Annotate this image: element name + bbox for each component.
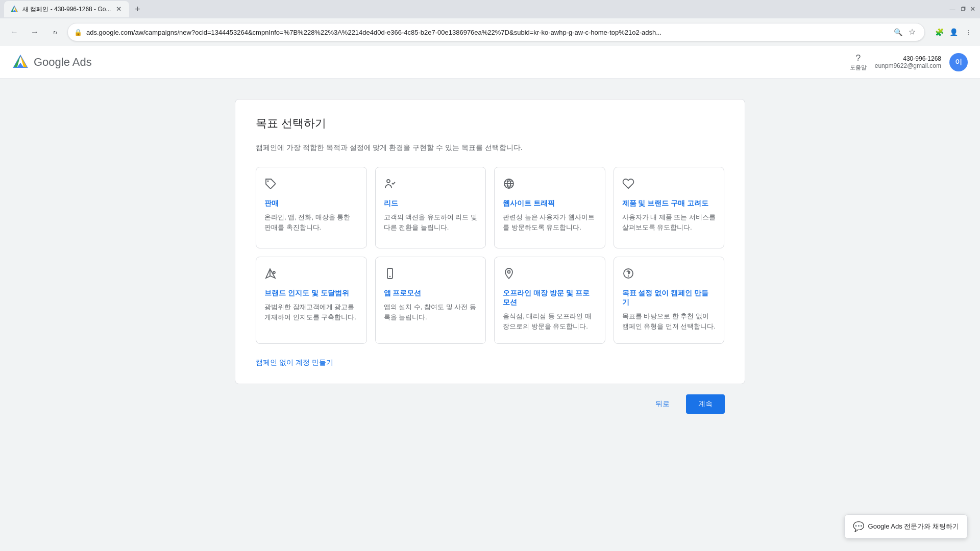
- svg-point-9: [387, 180, 390, 183]
- svg-point-8: [267, 181, 269, 182]
- tab-title: 새 캠페인 - 430-996-1268 - Go...: [22, 5, 111, 14]
- goal-title-no-goal: 목표 설정 없이 캠페인 만들기: [622, 289, 716, 307]
- user-avatar[interactable]: 이: [949, 53, 968, 71]
- goal-desc-brand-consideration: 사용자가 내 제품 또는 서비스를 살펴보도록 유도합니다.: [622, 212, 716, 232]
- more-options-icon[interactable]: ⋮: [962, 26, 974, 38]
- goal-card-leads[interactable]: 리드 고객의 액션을 유도하여 리드 및 다른 전환을 늘립니다.: [375, 167, 486, 248]
- goal-desc-sales: 온라인, 앱, 전화, 매장을 통한 판매를 촉진합니다.: [264, 212, 358, 232]
- forward-nav-button[interactable]: →: [27, 24, 43, 40]
- app-title: Google Ads: [34, 56, 92, 69]
- website-traffic-icon: [503, 178, 597, 193]
- header-right: ? 도움말 430-996-1268 eunpm9622@gmail.com 이: [850, 53, 968, 71]
- goal-title-reach: 브랜드 인지도 및 도달범위: [264, 289, 358, 298]
- goal-title-sales: 판매: [264, 199, 358, 208]
- sales-icon: [264, 178, 358, 193]
- account-id: 430-996-1268: [903, 55, 941, 62]
- close-button[interactable]: ✕: [970, 6, 976, 12]
- active-tab[interactable]: 새 캠페인 - 430-996-1268 - Go... ✕: [4, 1, 129, 17]
- help-button[interactable]: ? 도움말: [850, 53, 867, 71]
- window-controls: — ❐ ✕: [949, 6, 976, 12]
- address-bar-row: ← → ↻ 🔒 ads.google.com/aw/campaigns/new?…: [0, 18, 980, 46]
- no-goal-icon: [622, 267, 716, 283]
- goal-card-reach[interactable]: 브랜드 인지도 및 도달범위 광범위한 잠재고객에게 광고를 게재하여 인지도를…: [256, 257, 367, 344]
- reload-button[interactable]: ↻: [47, 24, 63, 40]
- goal-card-no-goal[interactable]: 목표 설정 없이 캠페인 만들기 목표를 바탕으로 한 추천 없이 캠페인 유형…: [614, 257, 725, 344]
- goal-selection-card: 목표 선택하기 캠페인에 가장 적합한 목적과 설정에 맞게 환경을 구현할 수…: [235, 99, 745, 384]
- goal-desc-reach: 광범위한 잠재고객에게 광고를 게재하여 인지도를 구축합니다.: [264, 302, 358, 322]
- bottom-actions: 뒤로 계속: [235, 384, 745, 424]
- card-title: 목표 선택하기: [256, 116, 724, 131]
- goal-card-website-traffic[interactable]: 웹사이트 트래픽 관련성 높은 사용자가 웹사이트를 방문하도록 유도합니다.: [494, 167, 605, 248]
- account-email: eunpm9622@gmail.com: [875, 62, 941, 69]
- goal-card-local-store[interactable]: 오프라인 매장 방문 및 프로모션 음식점, 대리점 등 오프라인 매장으로의 …: [494, 257, 605, 344]
- goal-title-brand-consideration: 제품 및 브랜드 구매 고려도: [622, 199, 716, 208]
- goal-grid: 판매 온라인, 앱, 전화, 매장을 통한 판매를 촉진합니다. 리드 고객의 …: [256, 167, 724, 344]
- goal-title-app-promotion: 앱 프로모션: [384, 289, 478, 298]
- app-logo: Google Ads: [12, 54, 92, 70]
- goal-card-sales[interactable]: 판매 온라인, 앱, 전화, 매장을 통한 판매를 촉진합니다.: [256, 167, 367, 248]
- tab-close-button[interactable]: ✕: [115, 5, 123, 13]
- goal-title-leads: 리드: [384, 199, 478, 208]
- url-text: ads.google.com/aw/campaigns/new?ocid=134…: [86, 29, 888, 36]
- app-header: Google Ads ? 도움말 430-996-1268 eunpm9622@…: [0, 46, 980, 79]
- extensions-icon[interactable]: 🧩: [933, 26, 945, 38]
- reach-icon: [264, 267, 358, 283]
- chat-bubble[interactable]: 💬 Google Ads 전문가와 채팅하기: [844, 514, 968, 539]
- local-store-icon: [503, 267, 597, 283]
- bookmark-icon[interactable]: ☆: [906, 26, 918, 38]
- svg-point-16: [508, 271, 510, 273]
- main-content: 목표 선택하기 캠페인에 가장 적합한 목적과 설정에 맞게 환경을 구현할 수…: [0, 79, 980, 551]
- google-ads-logo-icon: [12, 54, 29, 70]
- browser-chrome: 새 캠페인 - 430-996-1268 - Go... ✕ + — ❐ ✕ ←…: [0, 0, 980, 46]
- profile-icon[interactable]: 👤: [947, 26, 960, 38]
- address-bar[interactable]: 🔒 ads.google.com/aw/campaigns/new?ocid=1…: [67, 23, 925, 41]
- goal-card-app-promotion[interactable]: 앱 프로모션 앱의 설치 수, 참여도 및 사전 등록을 늘립니다.: [375, 257, 486, 344]
- goal-desc-no-goal: 목표를 바탕으로 한 추천 없이 캠페인 유형을 먼저 선택합니다.: [622, 311, 716, 331]
- lock-icon: 🔒: [74, 29, 82, 36]
- card-subtitle: 캠페인에 가장 적합한 목적과 설정에 맞게 환경을 구현할 수 있는 목표를 …: [256, 143, 724, 153]
- help-circle-icon: ?: [855, 53, 861, 64]
- minimize-button[interactable]: —: [949, 6, 955, 12]
- chat-icon: 💬: [853, 521, 864, 532]
- brand-consideration-icon: [622, 178, 716, 193]
- new-tab-button[interactable]: +: [130, 2, 144, 16]
- goal-card-brand-consideration[interactable]: 제품 및 브랜드 구매 고려도 사용자가 내 제품 또는 서비스를 살펴보도록 …: [614, 167, 725, 248]
- chat-bubble-text: Google Ads 전문가와 채팅하기: [868, 522, 959, 531]
- app-promotion-icon: [384, 267, 478, 283]
- address-bar-icons: 🔍 ☆: [892, 26, 918, 38]
- goal-title-website-traffic: 웹사이트 트래픽: [503, 199, 597, 208]
- tab-favicon: [10, 5, 18, 13]
- continue-button[interactable]: 계속: [686, 394, 725, 414]
- account-info: 430-996-1268 eunpm9622@gmail.com: [875, 55, 941, 69]
- goal-desc-website-traffic: 관련성 높은 사용자가 웹사이트를 방문하도록 유도합니다.: [503, 212, 597, 232]
- leads-icon: [384, 178, 478, 193]
- back-nav-button[interactable]: ←: [6, 24, 22, 40]
- svg-point-13: [273, 271, 275, 273]
- maximize-button[interactable]: ❐: [960, 6, 966, 12]
- tab-bar: 새 캠페인 - 430-996-1268 - Go... ✕ + — ❐ ✕: [0, 0, 980, 18]
- goal-desc-app-promotion: 앱의 설치 수, 참여도 및 사전 등록을 늘립니다.: [384, 302, 478, 322]
- no-campaign-link[interactable]: 캠페인 없이 계정 만들기: [256, 358, 333, 367]
- search-icon[interactable]: 🔍: [892, 26, 904, 38]
- goal-desc-leads: 고객의 액션을 유도하여 리드 및 다른 전환을 늘립니다.: [384, 212, 478, 232]
- help-label: 도움말: [850, 64, 867, 71]
- goal-desc-local-store: 음식점, 대리점 등 오프라인 매장으로의 방문을 유도합니다.: [503, 311, 597, 331]
- goal-title-local-store: 오프라인 매장 방문 및 프로모션: [503, 289, 597, 307]
- browser-toolbar-right: 🧩 👤 ⋮: [933, 26, 974, 38]
- back-button[interactable]: 뒤로: [647, 395, 678, 413]
